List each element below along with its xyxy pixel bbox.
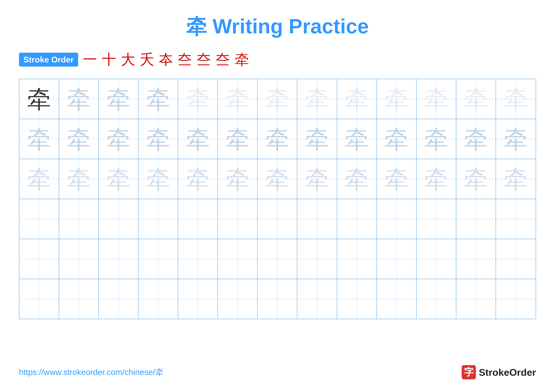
cell-2-4[interactable]: 牵 bbox=[139, 119, 178, 159]
cell-4-12[interactable] bbox=[456, 199, 496, 239]
cell-6-5[interactable] bbox=[178, 279, 218, 319]
cell-5-10[interactable] bbox=[377, 239, 416, 279]
cell-2-11[interactable]: 牵 bbox=[416, 119, 456, 159]
cell-5-9[interactable] bbox=[337, 239, 377, 279]
cell-1-13[interactable]: 牵 bbox=[496, 79, 536, 119]
cell-5-12[interactable] bbox=[456, 239, 496, 279]
char-display: 牵 bbox=[186, 87, 210, 111]
logo-icon: 字 bbox=[462, 365, 476, 379]
cell-5-11[interactable] bbox=[416, 239, 456, 279]
cell-2-13[interactable]: 牵 bbox=[496, 119, 536, 159]
footer-url[interactable]: https://www.strokeorder.com/chinese/牵 bbox=[19, 367, 163, 378]
cell-2-10[interactable]: 牵 bbox=[377, 119, 416, 159]
cell-6-2[interactable] bbox=[59, 279, 99, 319]
cell-5-5[interactable] bbox=[178, 239, 218, 279]
cell-6-12[interactable] bbox=[456, 279, 496, 319]
grid-row-3: 牵 牵 牵 牵 牵 牵 牵 牵 牵 牵 牵 牵 牵 bbox=[19, 159, 536, 199]
cell-3-1[interactable]: 牵 bbox=[19, 159, 59, 199]
cell-5-1[interactable] bbox=[19, 239, 59, 279]
cell-4-8[interactable] bbox=[297, 199, 337, 239]
cell-4-13[interactable] bbox=[496, 199, 536, 239]
cell-6-4[interactable] bbox=[139, 279, 178, 319]
cell-3-11[interactable]: 牵 bbox=[416, 159, 456, 199]
cell-6-6[interactable] bbox=[218, 279, 258, 319]
cell-2-8[interactable]: 牵 bbox=[297, 119, 337, 159]
cell-3-7[interactable]: 牵 bbox=[258, 159, 297, 199]
cell-3-8[interactable]: 牵 bbox=[297, 159, 337, 199]
cell-2-1[interactable]: 牵 bbox=[19, 119, 59, 159]
stroke-6: 夳 bbox=[178, 50, 192, 69]
cell-4-3[interactable] bbox=[99, 199, 139, 239]
cell-6-8[interactable] bbox=[297, 279, 337, 319]
stroke-4: 夭 bbox=[140, 50, 154, 69]
cell-4-2[interactable] bbox=[59, 199, 99, 239]
cell-3-4[interactable]: 牵 bbox=[139, 159, 178, 199]
cell-1-10[interactable]: 牵 bbox=[377, 79, 416, 119]
cell-2-9[interactable]: 牵 bbox=[337, 119, 377, 159]
cell-1-2[interactable]: 牵 bbox=[59, 79, 99, 119]
footer-logo: 字 StrokeOrder bbox=[462, 365, 536, 379]
cell-5-8[interactable] bbox=[297, 239, 337, 279]
cell-4-9[interactable] bbox=[337, 199, 377, 239]
char-display: 牵 bbox=[305, 127, 329, 151]
cell-1-5[interactable]: 牵 bbox=[178, 79, 218, 119]
cell-1-12[interactable]: 牵 bbox=[456, 79, 496, 119]
cell-3-12[interactable]: 牵 bbox=[456, 159, 496, 199]
cell-5-4[interactable] bbox=[139, 239, 178, 279]
cell-2-12[interactable]: 牵 bbox=[456, 119, 496, 159]
cell-5-3[interactable] bbox=[99, 239, 139, 279]
cell-3-2[interactable]: 牵 bbox=[59, 159, 99, 199]
char-display: 牵 bbox=[226, 167, 249, 191]
cell-1-11[interactable]: 牵 bbox=[416, 79, 456, 119]
cell-1-7[interactable]: 牵 bbox=[258, 79, 297, 119]
cell-5-7[interactable] bbox=[258, 239, 297, 279]
cell-6-10[interactable] bbox=[377, 279, 416, 319]
char-display: 牵 bbox=[67, 87, 91, 111]
char-display: 牵 bbox=[107, 127, 130, 151]
cell-4-7[interactable] bbox=[258, 199, 297, 239]
cell-2-5[interactable]: 牵 bbox=[178, 119, 218, 159]
cell-5-2[interactable] bbox=[59, 239, 99, 279]
cell-6-13[interactable] bbox=[496, 279, 536, 319]
cell-6-11[interactable] bbox=[416, 279, 456, 319]
cell-4-4[interactable] bbox=[139, 199, 178, 239]
cell-4-11[interactable] bbox=[416, 199, 456, 239]
cell-3-13[interactable]: 牵 bbox=[496, 159, 536, 199]
cell-1-1[interactable]: 牵 bbox=[19, 79, 59, 119]
stroke-3: 大 bbox=[121, 50, 135, 69]
stroke-sequence: 一 十 大 夭 夲 夳 夳 夳 牵 bbox=[83, 50, 249, 69]
char-display: 牵 bbox=[265, 87, 289, 111]
cell-1-8[interactable]: 牵 bbox=[297, 79, 337, 119]
char-display: 牵 bbox=[67, 127, 91, 151]
char-display: 牵 bbox=[424, 127, 448, 151]
cell-5-13[interactable] bbox=[496, 239, 536, 279]
stroke-9: 牵 bbox=[235, 50, 249, 69]
cell-2-7[interactable]: 牵 bbox=[258, 119, 297, 159]
cell-3-5[interactable]: 牵 bbox=[178, 159, 218, 199]
char-display: 牵 bbox=[385, 127, 408, 151]
grid-row-2: 牵 牵 牵 牵 牵 牵 牵 牵 牵 牵 牵 牵 牵 bbox=[19, 119, 536, 159]
cell-2-6[interactable]: 牵 bbox=[218, 119, 258, 159]
cell-3-3[interactable]: 牵 bbox=[99, 159, 139, 199]
cell-6-3[interactable] bbox=[99, 279, 139, 319]
cell-1-6[interactable]: 牵 bbox=[218, 79, 258, 119]
cell-4-10[interactable] bbox=[377, 199, 416, 239]
cell-5-6[interactable] bbox=[218, 239, 258, 279]
cell-2-2[interactable]: 牵 bbox=[59, 119, 99, 159]
char-display: 牵 bbox=[305, 87, 329, 111]
cell-6-7[interactable] bbox=[258, 279, 297, 319]
cell-1-3[interactable]: 牵 bbox=[99, 79, 139, 119]
cell-6-9[interactable] bbox=[337, 279, 377, 319]
cell-4-5[interactable] bbox=[178, 199, 218, 239]
grid-row-1: 牵 牵 牵 牵 牵 牵 牵 牵 牵 牵 牵 牵 牵 bbox=[19, 79, 536, 119]
cell-2-3[interactable]: 牵 bbox=[99, 119, 139, 159]
cell-3-9[interactable]: 牵 bbox=[337, 159, 377, 199]
cell-4-1[interactable] bbox=[19, 199, 59, 239]
cell-3-10[interactable]: 牵 bbox=[377, 159, 416, 199]
title-char: 牵 bbox=[186, 15, 207, 38]
cell-3-6[interactable]: 牵 bbox=[218, 159, 258, 199]
cell-1-4[interactable]: 牵 bbox=[139, 79, 178, 119]
cell-1-9[interactable]: 牵 bbox=[337, 79, 377, 119]
cell-4-6[interactable] bbox=[218, 199, 258, 239]
cell-6-1[interactable] bbox=[19, 279, 59, 319]
